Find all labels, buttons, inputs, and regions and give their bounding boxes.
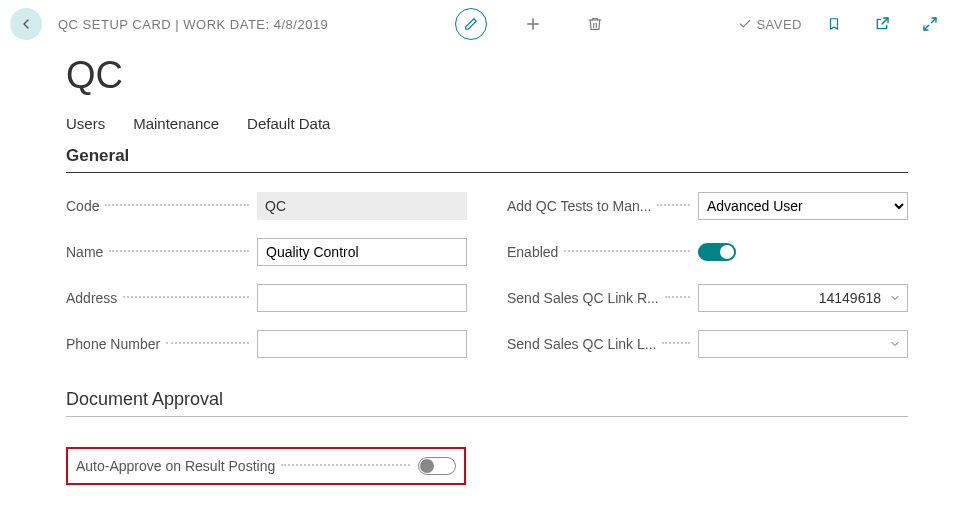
field-enabled: Enabled bbox=[507, 237, 908, 267]
tab-default-data[interactable]: Default Data bbox=[247, 115, 330, 132]
dots bbox=[105, 204, 249, 206]
svg-line-6 bbox=[924, 25, 929, 30]
dots bbox=[564, 250, 690, 252]
dots bbox=[662, 342, 690, 344]
send-sales-r-lookup[interactable]: 14149618 bbox=[698, 284, 908, 312]
dots bbox=[166, 342, 249, 344]
chevron-down-icon bbox=[889, 338, 901, 350]
phone-input[interactable] bbox=[257, 330, 467, 358]
code-label: Code bbox=[66, 198, 99, 214]
header-right-icons: SAVED bbox=[738, 8, 946, 40]
dots bbox=[657, 204, 690, 206]
general-right-col: Add QC Tests to Man... Advanced User Ena… bbox=[507, 191, 908, 359]
chevron-down-icon bbox=[889, 292, 901, 304]
add-button[interactable] bbox=[517, 8, 549, 40]
send-sales-r-value: 14149618 bbox=[707, 290, 889, 306]
dots bbox=[665, 296, 690, 298]
field-address: Address bbox=[66, 283, 467, 313]
auto-approve-label: Auto-Approve on Result Posting bbox=[76, 458, 275, 474]
phone-label: Phone Number bbox=[66, 336, 160, 352]
name-input[interactable] bbox=[257, 238, 467, 266]
auto-approve-toggle[interactable] bbox=[418, 457, 456, 475]
dots bbox=[109, 250, 249, 252]
add-qc-label: Add QC Tests to Man... bbox=[507, 198, 651, 214]
edit-button[interactable] bbox=[455, 8, 487, 40]
send-sales-l-lookup[interactable] bbox=[698, 330, 908, 358]
saved-label: SAVED bbox=[756, 17, 802, 32]
header-action-icons bbox=[455, 8, 611, 40]
section-general-title: General bbox=[66, 146, 908, 173]
general-left-col: Code Name Address bbox=[66, 191, 467, 359]
bookmark-button[interactable] bbox=[818, 8, 850, 40]
field-add-qc-tests: Add QC Tests to Man... Advanced User bbox=[507, 191, 908, 221]
general-fields: Code Name Address bbox=[66, 191, 908, 359]
address-input[interactable] bbox=[257, 284, 467, 312]
expand-button[interactable] bbox=[914, 8, 946, 40]
field-auto-approve: Auto-Approve on Result Posting bbox=[76, 457, 456, 475]
dots bbox=[281, 464, 410, 466]
name-label: Name bbox=[66, 244, 103, 260]
section-document-approval-title: Document Approval bbox=[66, 389, 908, 417]
field-send-sales-l: Send Sales QC Link L... bbox=[507, 329, 908, 359]
field-name: Name bbox=[66, 237, 467, 267]
tab-users[interactable]: Users bbox=[66, 115, 105, 132]
page-body: QC Users Maintenance Default Data Genera… bbox=[0, 54, 964, 485]
code-input[interactable] bbox=[257, 192, 467, 220]
add-qc-select[interactable]: Advanced User bbox=[698, 192, 908, 220]
field-phone: Phone Number bbox=[66, 329, 467, 359]
popout-button[interactable] bbox=[866, 8, 898, 40]
enabled-toggle[interactable] bbox=[698, 243, 736, 261]
svg-line-5 bbox=[931, 18, 936, 23]
send-sales-r-label: Send Sales QC Link R... bbox=[507, 290, 659, 306]
auto-approve-highlight: Auto-Approve on Result Posting bbox=[66, 447, 466, 485]
page-title: QC bbox=[66, 54, 908, 97]
enabled-label: Enabled bbox=[507, 244, 558, 260]
delete-button[interactable] bbox=[579, 8, 611, 40]
field-send-sales-r: Send Sales QC Link R... 14149618 bbox=[507, 283, 908, 313]
address-label: Address bbox=[66, 290, 117, 306]
field-code: Code bbox=[66, 191, 467, 221]
saved-indicator: SAVED bbox=[738, 17, 802, 32]
tabs: Users Maintenance Default Data bbox=[66, 115, 908, 132]
send-sales-l-label: Send Sales QC Link L... bbox=[507, 336, 656, 352]
dots bbox=[123, 296, 249, 298]
back-button[interactable] bbox=[10, 8, 42, 40]
tab-maintenance[interactable]: Maintenance bbox=[133, 115, 219, 132]
breadcrumb: QC SETUP CARD | WORK DATE: 4/8/2019 bbox=[58, 17, 328, 32]
header-bar: QC SETUP CARD | WORK DATE: 4/8/2019 SAVE… bbox=[0, 0, 964, 48]
